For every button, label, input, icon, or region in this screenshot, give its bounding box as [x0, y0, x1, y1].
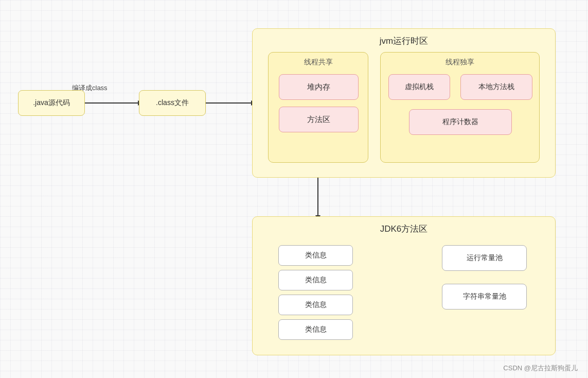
- class-info-1: 类信息: [278, 245, 353, 266]
- runtime-pool-box: 运行常量池: [442, 245, 527, 271]
- class-file-label: .class文件: [156, 98, 189, 108]
- class-file-box: .class文件: [139, 90, 206, 116]
- jdk6-method-area: JDK6方法区 类信息 类信息 类信息 类信息 运行常量池 字符串常量池: [252, 216, 556, 355]
- class-info-column: 类信息 类信息 类信息 类信息: [278, 245, 353, 340]
- native-stack-box: 本地方法栈: [460, 74, 532, 100]
- class-info-4: 类信息: [278, 319, 353, 340]
- java-source-label: .java源代码: [33, 98, 70, 108]
- watermark: CSDN @尼古拉斯狗蛋儿: [503, 364, 578, 373]
- string-pool-label: 字符串常量池: [463, 292, 506, 301]
- jdk6-title: JDK6方法区: [380, 223, 428, 235]
- method-area-label: 方法区: [307, 115, 330, 125]
- thread-shared-title: 线程共享: [304, 58, 333, 67]
- jvm-runtime-area: jvm运行时区 线程共享 堆内存 方法区 线程独享 虚拟机栈 本地方法栈 程序计…: [252, 28, 556, 178]
- thread-shared-area: 线程共享 堆内存 方法区: [268, 52, 368, 163]
- jvm-title: jvm运行时区: [380, 35, 428, 47]
- class-info-3: 类信息: [278, 295, 353, 315]
- method-area-box: 方法区: [279, 107, 359, 132]
- runtime-pool-label: 运行常量池: [467, 253, 503, 263]
- watermark-text: CSDN @尼古拉斯狗蛋儿: [503, 364, 578, 372]
- thread-exclusive-title: 线程独享: [446, 58, 474, 67]
- class-info-2: 类信息: [278, 270, 353, 290]
- diagram-canvas: 编译成class .java源代码 .class文件 jvm运行时区 线程共享 …: [0, 0, 588, 378]
- string-pool-box: 字符串常量池: [442, 284, 527, 310]
- virtual-stack-box: 虚拟机栈: [388, 74, 450, 100]
- native-stack-label: 本地方法栈: [478, 82, 514, 92]
- java-source-box: .java源代码: [18, 90, 85, 116]
- thread-exclusive-area: 线程独享 虚拟机栈 本地方法栈 程序计数器: [380, 52, 540, 163]
- heap-box: 堆内存: [279, 74, 359, 100]
- vstack-label: 虚拟机栈: [405, 82, 434, 92]
- pc-label: 程序计数器: [442, 117, 478, 127]
- pc-box: 程序计数器: [409, 109, 512, 135]
- heap-label: 堆内存: [307, 82, 330, 92]
